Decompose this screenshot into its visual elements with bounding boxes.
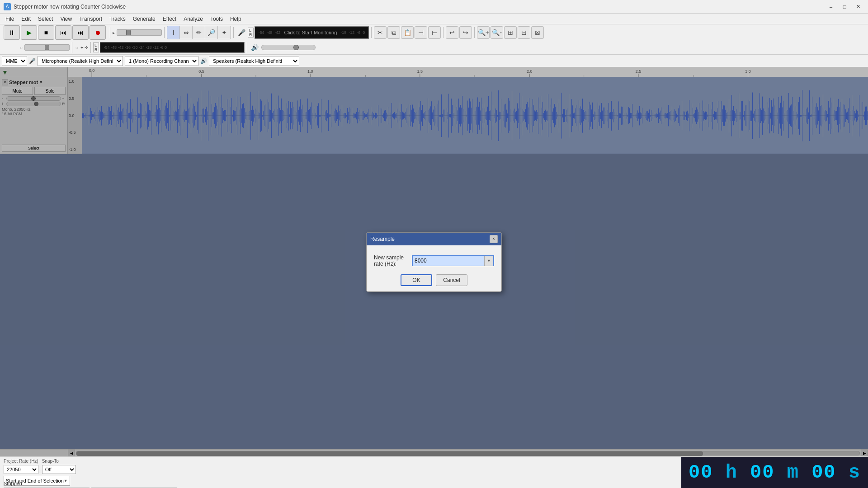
envelope-tool-icon: ⇔: [184, 29, 189, 36]
window-title: Stepper motor now rotating Counter Clock…: [14, 4, 825, 10]
channels-select[interactable]: 1 (Mono) Recording Chann: [125, 56, 198, 66]
main-content: ▼ 0.0 0.5 1.0 1.5 2.0 2.5: [0, 67, 868, 456]
dialog-close-button[interactable]: ×: [490, 235, 498, 243]
menu-file[interactable]: File: [2, 15, 18, 23]
menu-analyze[interactable]: Analyze: [180, 15, 207, 23]
skip-end-button[interactable]: ⏭: [72, 25, 89, 40]
tool-buttons: I ⇔ ✏ 🔎 ✦: [167, 26, 231, 39]
snap-to-select[interactable]: Off: [42, 465, 76, 474]
rate-slider-thumb: [45, 45, 49, 50]
vu-bar2: -54 -48 -42 -36 -30 -24 -18 -12 -6 0: [100, 42, 245, 53]
menu-generate[interactable]: Generate: [129, 15, 159, 23]
time-shift-icon: ✦: [222, 29, 227, 36]
menu-select[interactable]: Select: [34, 15, 57, 23]
sep4: [371, 27, 372, 38]
menu-help[interactable]: Help: [226, 15, 245, 23]
playback-vol-start: ▸: [113, 30, 115, 35]
clock-seconds: 00: [811, 462, 836, 483]
secondary-toolbar-row: ↔ ↔ ✦ ✛ L R -54 -48 -42 -36 -30 -24 -18 …: [0, 41, 868, 54]
toolbar-area: ⏸ ▶ ■ ⏮ ⏭ ⏺ ▸: [0, 24, 868, 55]
status-bar: Project Rate (Hz) 22050 Snap-To Off Star…: [0, 456, 868, 488]
menu-effect[interactable]: Effect: [159, 15, 180, 23]
playback-slider-area2: ↔: [19, 44, 70, 51]
microphone-select[interactable]: Microphone (Realtek High Defini: [38, 56, 123, 66]
sep2: [164, 27, 165, 38]
window-close-button[interactable]: ✕: [852, 2, 864, 12]
trim-button[interactable]: ⊣: [415, 26, 427, 39]
menu-edit[interactable]: Edit: [18, 15, 34, 23]
time-shift-tool-button[interactable]: ✦: [218, 26, 231, 39]
status-left: Project Rate (Hz) 22050 Snap-To Off Star…: [0, 457, 681, 488]
output-vol-icon: 🔊: [250, 42, 260, 53]
dialog-titlebar: Resample ×: [367, 233, 501, 245]
sep3: [233, 27, 234, 38]
zoom-tool-button[interactable]: 🔎: [205, 26, 218, 39]
zoom-fit-button[interactable]: ⊟: [518, 26, 530, 39]
snap-to-section: Snap-To Off: [42, 459, 76, 474]
lr-label2: L R: [93, 42, 99, 52]
sep-r3: [247, 42, 247, 53]
envelope-tool-button[interactable]: ⇔: [180, 26, 193, 39]
undo-button[interactable]: ↩: [446, 26, 458, 39]
track-area: ▼ 0.0 0.5 1.0 1.5 2.0 2.5: [0, 67, 868, 456]
status-message: Stopped.: [4, 481, 24, 486]
draw-tool-icon: ✏: [196, 29, 202, 36]
sep-r2: [90, 42, 91, 53]
zoom-tracks-button[interactable]: ⊠: [531, 26, 544, 39]
playback-slider-area: ▸: [113, 29, 162, 36]
project-rate-select[interactable]: 22050: [4, 465, 38, 474]
menu-tracks[interactable]: Tracks: [106, 15, 129, 23]
project-rate-section: Project Rate (Hz) 22050: [4, 459, 38, 474]
ok-button[interactable]: OK: [401, 274, 432, 286]
zoom-in-button[interactable]: 🔍+: [477, 26, 490, 39]
draw-tool-button[interactable]: ✏: [193, 26, 205, 39]
speaker-select[interactable]: Speakers (Realtek High Definiti: [209, 56, 299, 66]
maximize-button[interactable]: □: [838, 2, 851, 12]
input-monitor-button[interactable]: 🎤: [236, 27, 247, 38]
cancel-button[interactable]: Cancel: [436, 274, 467, 286]
redo-button[interactable]: ↪: [459, 26, 472, 39]
zoom-sel-button[interactable]: ⊞: [504, 26, 517, 39]
select-tool-icon: I: [173, 29, 175, 36]
project-rate-label: Project Rate (Hz): [4, 459, 38, 464]
sample-rate-combo: ▼: [412, 255, 494, 266]
dialog-title: Resample: [370, 236, 490, 242]
rate-slider[interactable]: [24, 44, 70, 51]
menu-view[interactable]: View: [57, 15, 75, 23]
pause-button[interactable]: ⏸: [4, 25, 20, 40]
window-controls: – □ ✕: [825, 2, 864, 12]
transport-controls: ⏸ ▶ ■ ⏮ ⏭ ⏺: [2, 25, 108, 40]
paste-button[interactable]: 📋: [401, 26, 414, 39]
vu-monitoring-bar[interactable]: -54 -48 -42 Click to Start Monitoring -1…: [255, 26, 369, 39]
cut-button[interactable]: ✂: [374, 26, 387, 39]
device-row: MME 🎤 Microphone (Realtek High Defini 1 …: [0, 55, 868, 67]
dialog-content: New sample rate (Hz): ▼ OK Cancel: [367, 245, 501, 291]
sample-rate-dropdown-button[interactable]: ▼: [484, 256, 493, 266]
record-button[interactable]: ⏺: [90, 25, 106, 40]
minimize-button[interactable]: –: [825, 2, 837, 12]
speaker-icon: 🔊: [200, 58, 207, 64]
stop-button[interactable]: ■: [38, 25, 54, 40]
digital-clock-section: 00 h 00 m 00 s: [681, 457, 868, 488]
play-button[interactable]: ▶: [21, 25, 37, 40]
title-bar: A Stepper motor now rotating Counter Clo…: [0, 0, 868, 14]
skip-start-button[interactable]: ⏮: [55, 25, 71, 40]
menu-tools[interactable]: Tools: [207, 15, 226, 23]
lr-label: L R: [248, 28, 254, 38]
output-volume-slider[interactable]: [261, 45, 316, 50]
zoom-out-button[interactable]: 🔍-: [491, 26, 503, 39]
sample-rate-input[interactable]: [413, 256, 484, 266]
zoom-tool-icon: 🔎: [208, 29, 215, 36]
driver-select[interactable]: MME: [2, 56, 27, 66]
app-icon: A: [4, 3, 11, 10]
clock-minutes: 00: [750, 462, 774, 483]
select-tool-button[interactable]: I: [167, 26, 180, 39]
playback-volume-slider[interactable]: [117, 29, 162, 36]
snap-to-label: Snap-To: [42, 459, 76, 464]
copy-button[interactable]: ⧉: [387, 26, 400, 39]
playback-volume-thumb: [126, 30, 131, 35]
silence-button[interactable]: ⊢: [428, 26, 441, 39]
rate-snap-row: Project Rate (Hz) 22050 Snap-To Off: [4, 459, 76, 474]
menu-transport[interactable]: Transport: [75, 15, 106, 23]
sep6: [474, 27, 475, 38]
